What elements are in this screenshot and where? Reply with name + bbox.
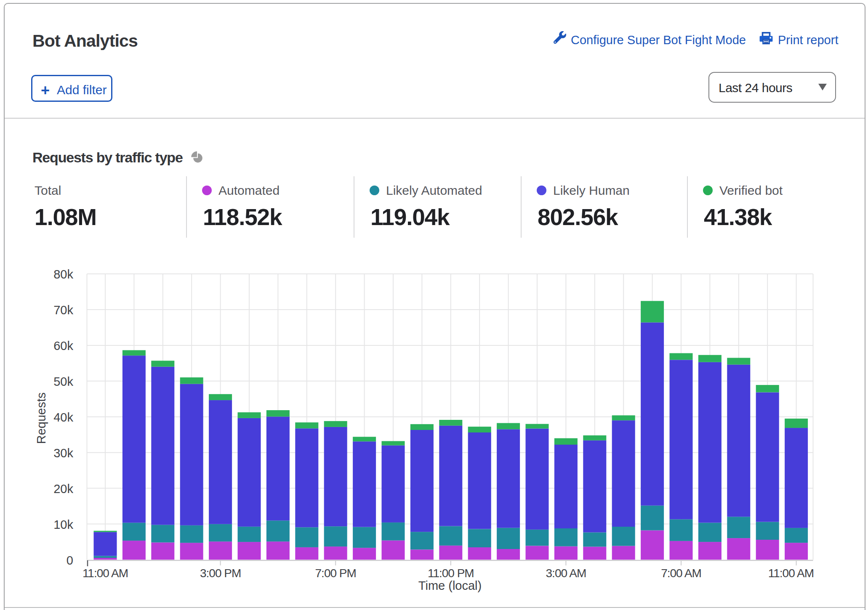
svg-text:50k: 50k (53, 375, 73, 388)
svg-text:3:00 AM: 3:00 AM (546, 567, 586, 580)
svg-text:40k: 40k (53, 411, 73, 424)
svg-text:3:00 PM: 3:00 PM (200, 567, 241, 580)
svg-text:80k: 80k (53, 268, 73, 281)
svg-text:Time (local): Time (local) (418, 579, 482, 592)
svg-text:60k: 60k (53, 339, 73, 353)
svg-text:7:00 AM: 7:00 AM (661, 567, 701, 580)
svg-text:10k: 10k (53, 518, 73, 531)
svg-text:30k: 30k (53, 446, 73, 460)
svg-text:11:00 PM: 11:00 PM (428, 567, 474, 580)
svg-text:70k: 70k (53, 303, 73, 317)
svg-text:7:00 PM: 7:00 PM (315, 567, 356, 580)
svg-text:0: 0 (67, 554, 73, 567)
svg-text:11:00 AM: 11:00 AM (768, 567, 814, 580)
svg-text:20k: 20k (53, 482, 73, 496)
svg-text:Requests: Requests (35, 393, 48, 444)
svg-text:11:00 AM: 11:00 AM (83, 567, 128, 580)
